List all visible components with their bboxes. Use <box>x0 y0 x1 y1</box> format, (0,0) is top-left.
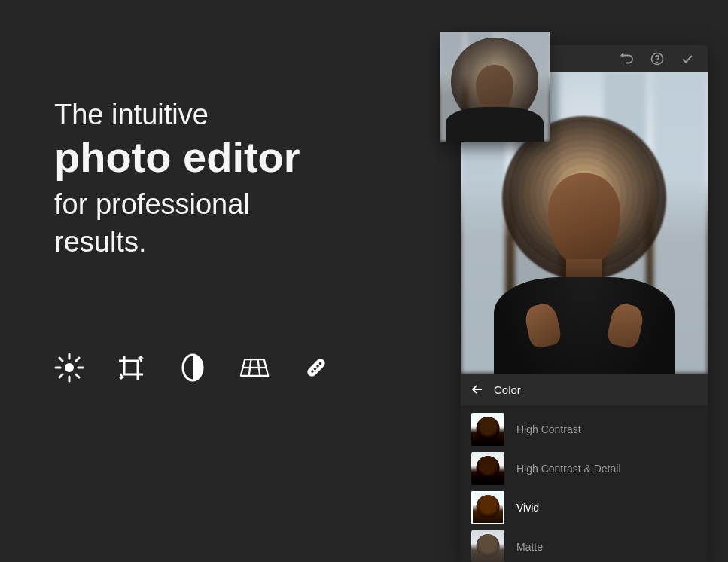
preset-label: Vivid <box>516 502 539 514</box>
preset-label: High Contrast <box>516 423 581 435</box>
svg-point-20 <box>319 362 322 365</box>
svg-point-19 <box>316 365 319 368</box>
svg-line-5 <box>59 358 62 361</box>
svg-line-6 <box>76 374 79 377</box>
preset-label: Matte <box>516 541 543 553</box>
geometry-icon <box>239 353 270 383</box>
svg-point-17 <box>311 370 314 373</box>
headline-line-3: for professional <box>54 186 300 223</box>
preset-matte[interactable]: Matte <box>461 527 708 562</box>
presets-icon <box>178 353 208 383</box>
svg-point-0 <box>65 363 74 372</box>
svg-line-8 <box>59 374 62 377</box>
back-arrow-icon[interactable] <box>471 383 483 396</box>
preset-label: High Contrast & Detail <box>516 463 621 475</box>
light-icon <box>54 353 84 383</box>
before-photo-thumbnail <box>440 32 550 142</box>
preset-thumb <box>471 452 504 485</box>
headline-line-1: The intuitive <box>54 98 300 133</box>
tool-icon-row <box>54 353 331 383</box>
preset-panel-title: Color <box>494 383 521 396</box>
healing-icon <box>301 353 331 383</box>
help-icon[interactable] <box>650 52 664 66</box>
svg-point-22 <box>656 62 658 63</box>
undo-icon[interactable] <box>620 52 634 66</box>
headline-line-2: photo editor <box>54 134 300 181</box>
confirm-icon[interactable] <box>681 52 694 66</box>
crop-icon <box>116 353 146 383</box>
preset-thumb <box>471 491 504 524</box>
preset-panel-header[interactable]: Color <box>461 374 708 405</box>
preset-high-contrast[interactable]: High Contrast <box>461 410 708 449</box>
preset-list: High Contrast High Contrast & Detail Viv… <box>461 405 708 562</box>
preset-vivid[interactable]: Vivid <box>461 488 708 527</box>
preset-thumb <box>471 413 504 446</box>
svg-point-18 <box>314 368 317 371</box>
preset-thumb <box>471 530 504 562</box>
svg-rect-16 <box>306 357 327 378</box>
preset-high-contrast-detail[interactable]: High Contrast & Detail <box>461 449 708 488</box>
svg-line-7 <box>76 358 79 361</box>
headline-line-4: results. <box>54 224 300 261</box>
